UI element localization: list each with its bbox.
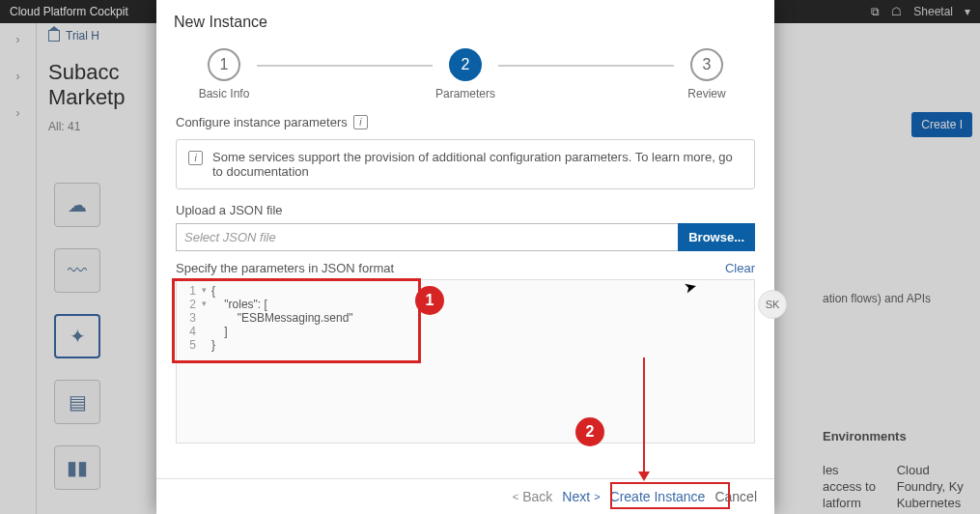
left-rail: › › › <box>0 23 37 514</box>
right-snippet-1: ation flows) and APIs <box>823 292 972 305</box>
ln-5: 5 <box>177 338 202 352</box>
code-2: "roles": [ <box>211 298 267 311</box>
env-row-1b: Kubernetes <box>897 496 972 512</box>
tile-bars[interactable]: ▮▮ <box>54 445 100 490</box>
dialog-footer: < Back Next > Create Instance Cancel <box>156 478 774 514</box>
step-3-label: Review <box>687 87 725 100</box>
rail-chevron-3[interactable]: › <box>16 106 20 120</box>
code-1: { <box>211 284 215 298</box>
code-4: ] <box>211 325 228 338</box>
fold-icon-1[interactable]: ▾ <box>202 284 211 298</box>
next-button[interactable]: Next > <box>562 489 600 504</box>
info-banner: i Some services support the provision of… <box>176 139 755 189</box>
ln-4: 4 <box>177 325 202 338</box>
ln-1: 1 <box>177 284 202 298</box>
right-snippet-2: les access to <box>823 463 880 496</box>
ln-3: 3 <box>177 311 202 325</box>
right-column: ation flows) and APIs Environments les a… <box>823 100 972 514</box>
code-5: } <box>211 338 215 352</box>
info-text: Some services support the provision of a… <box>212 150 742 179</box>
rail-chevron-2[interactable]: › <box>16 70 20 83</box>
back-label: Back <box>522 489 552 504</box>
step-2-circle: 2 <box>449 48 482 81</box>
step-2-label: Parameters <box>435 87 495 100</box>
create-instance-button[interactable]: Create Instance <box>610 489 706 504</box>
dialog-title: New Instance <box>156 0 774 39</box>
wizard-steps: 1 Basic Info 2 Parameters 3 Review <box>156 39 774 104</box>
topbar-icon-1[interactable]: ⧉ <box>871 5 880 18</box>
clear-link[interactable]: Clear <box>725 261 755 275</box>
chevron-down-icon[interactable]: ▾ <box>965 5 970 18</box>
tile-integration[interactable]: ✦ <box>54 314 100 358</box>
cancel-button[interactable]: Cancel <box>714 489 757 504</box>
back-button[interactable]: < Back <box>513 489 553 504</box>
tile-column: ☁ 〰 ✦ ▤ ▮▮ <box>54 183 102 490</box>
configure-label: Configure instance parameters <box>176 115 348 129</box>
step-review[interactable]: 3 Review <box>678 48 736 100</box>
step-connector-1 <box>257 65 433 67</box>
topbar-user[interactable]: Sheetal <box>913 5 953 18</box>
user-initials-chip[interactable]: SK <box>758 290 787 319</box>
browse-button[interactable]: Browse... <box>678 223 755 251</box>
rail-chevron-1[interactable]: › <box>16 33 20 46</box>
home-icon[interactable] <box>48 30 60 42</box>
step-1-label: Basic Info <box>199 87 250 100</box>
tile-cloud[interactable]: ☁ <box>54 183 100 227</box>
info-icon-banner: i <box>188 151 203 165</box>
chevron-left-icon: < <box>513 491 518 502</box>
step-basic-info[interactable]: 1 Basic Info <box>195 48 253 100</box>
step-connector-2 <box>498 65 674 67</box>
new-instance-dialog: New Instance 1 Basic Info 2 Parameters 3… <box>156 0 774 514</box>
fold-icon-2[interactable]: ▾ <box>202 298 211 311</box>
next-label: Next <box>562 489 590 504</box>
upload-label: Upload a JSON file <box>176 203 755 217</box>
ln-2: 2 <box>177 298 202 311</box>
app-title: Cloud Platform Cockpit <box>10 5 128 18</box>
json-file-input[interactable]: Select JSON file <box>176 223 678 251</box>
chevron-right-icon: > <box>594 491 600 502</box>
tile-database[interactable]: ▤ <box>54 380 100 424</box>
step-3-circle: 3 <box>690 48 723 81</box>
tile-analytics[interactable]: 〰 <box>54 248 100 293</box>
step-parameters[interactable]: 2 Parameters <box>436 48 494 100</box>
step-1-circle: 1 <box>208 48 240 81</box>
json-editor[interactable]: 1▾{ 2▾ "roles": [ 3 "ESBMessaging.send" … <box>176 279 755 443</box>
info-icon[interactable]: i <box>353 115 368 129</box>
code-3: "ESBMessaging.send" <box>211 311 353 325</box>
env-header: Environments <box>823 429 972 445</box>
specify-label: Specify the parameters in JSON format <box>176 261 394 275</box>
topbar-icon-2[interactable]: ☖ <box>891 5 902 18</box>
dialog-body: Configure instance parameters i i Some s… <box>156 104 774 478</box>
breadcrumb-text: Trial H <box>66 29 99 43</box>
right-snippet-3: latform <box>823 496 880 512</box>
env-row-1a: Cloud Foundry, Ky <box>897 463 972 496</box>
